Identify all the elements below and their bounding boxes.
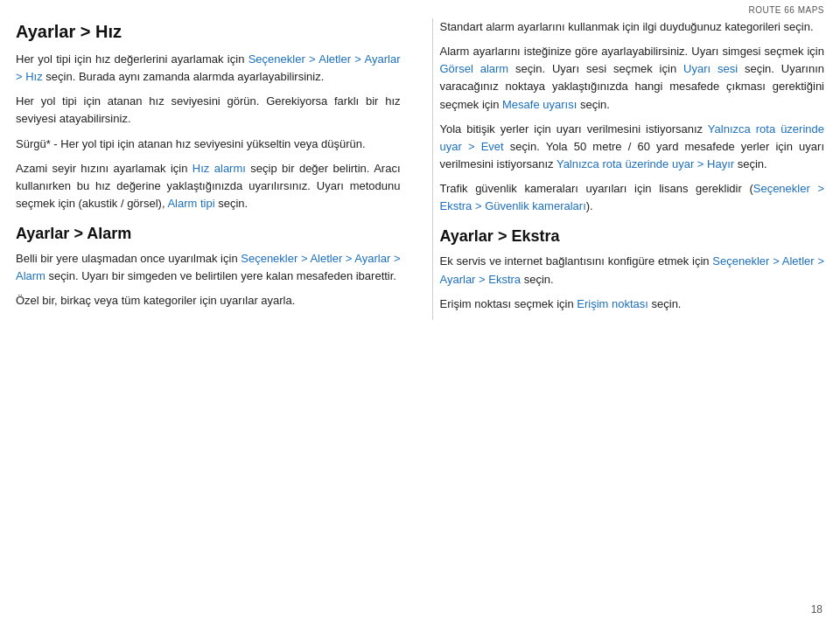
para-hiz-1: Her yol tipi için hız değerlerini ayarla… — [16, 51, 401, 86]
para-right-4: Trafik güvenlik kameraları uyarıları içi… — [440, 180, 825, 215]
link-hiz-alarmi[interactable]: Hız alarmı — [192, 162, 246, 175]
brand-header: ROUTE 66 MAPS — [0, 0, 840, 18]
link-gorsel-alarm[interactable]: Görsel alarm — [440, 62, 509, 75]
para-ekstra-1: Ek servis ve internet bağlantısını konfi… — [440, 253, 825, 288]
para-right-3: Yola bitişik yerler için uyarı verilmesi… — [440, 121, 825, 173]
heading-hiz: Ayarlar > Hız — [16, 22, 401, 42]
para-hiz-4: Azami seyir hızını ayarlamak için Hız al… — [16, 160, 401, 212]
para-alarm-2: Özel bir, birkaç veya tüm kategoriler iç… — [16, 292, 401, 310]
right-column: Standart alarm ayarlarını kullanmak için… — [432, 18, 825, 320]
para-hiz-2: Her yol tipi için atanan hız seviyesini … — [16, 93, 401, 128]
para-alarm-1: Belli bir yere ulaşmadan once uyarılmak … — [16, 250, 401, 285]
link-erisim-noktasi[interactable]: Erişim noktası — [577, 297, 648, 310]
para-right-2: Alarm ayarlarını isteğinize göre ayarlay… — [440, 43, 825, 114]
left-column: Ayarlar > Hız Her yol tipi için hız değe… — [16, 18, 408, 320]
para-ekstra-2: Erişim noktası seçmek için Erişim noktas… — [440, 296, 825, 313]
link-alarm-tipi[interactable]: Alarm tipi — [167, 197, 214, 210]
heading-ekstra: Ayarlar > Ekstra — [440, 227, 825, 246]
para-hiz-3: Sürgü* - Her yol tipi için atanan hız se… — [16, 136, 401, 153]
link-uyari-sesi[interactable]: Uyarı sesi — [683, 62, 738, 75]
link-rota-hayir[interactable]: Yalnızca rota üzerinde uyar > Hayır — [556, 157, 734, 170]
page-number: 18 — [811, 603, 822, 616]
heading-alarm: Ayarlar > Alarm — [16, 225, 401, 243]
link-mesafe-uyarisi[interactable]: Mesafe uyarısı — [502, 98, 577, 111]
para-right-1: Standart alarm ayarlarını kullanmak için… — [440, 18, 825, 36]
